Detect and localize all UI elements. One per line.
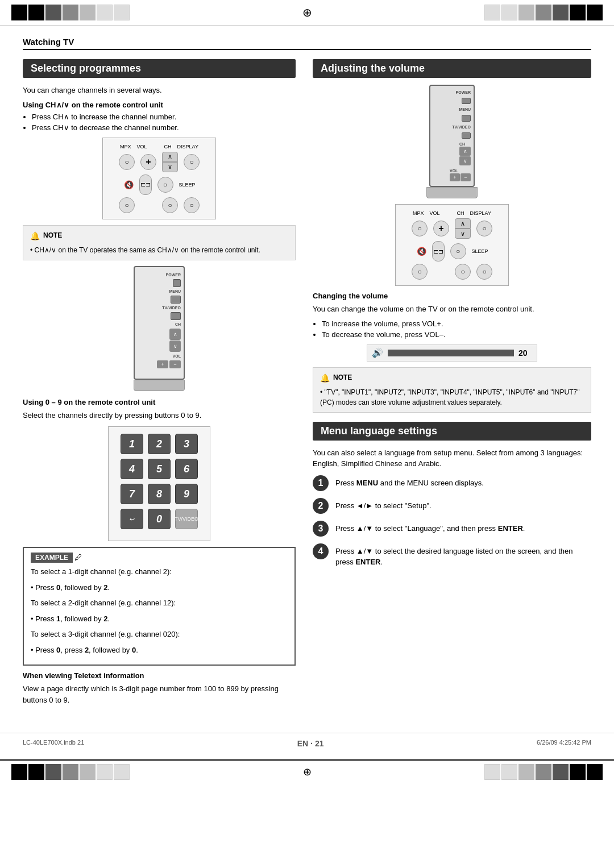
note-icon-2: 🔔	[320, 372, 330, 384]
vol-bar-btn-r[interactable]: ⊏⊐	[432, 241, 445, 261]
btn-r3[interactable]: ○	[184, 197, 200, 213]
mute-icon: 🔇	[124, 180, 134, 189]
sleep-ch-btn[interactable]: ○	[157, 177, 173, 193]
mpx-btn[interactable]: ○	[119, 154, 135, 170]
vol-plus-btn[interactable]: +	[140, 154, 156, 170]
col-right: Adjusting the volume POWER MENU TV/VIDEO…	[313, 59, 591, 710]
power-label-r: POWER	[456, 90, 471, 94]
num-4[interactable]: 4	[121, 459, 143, 479]
ch-label: CH	[164, 144, 172, 149]
numpad: 1 2 3 4 5 6 7 8 9 ↩	[108, 426, 210, 541]
sq2	[28, 5, 44, 20]
teletext-text: View a page directly which is 3-digit pa…	[23, 683, 296, 705]
vol-bar-btn[interactable]: ⊏⊐	[139, 175, 152, 195]
tv-ch-down[interactable]: ∨	[169, 340, 181, 352]
tv-vol-row: + −	[138, 360, 181, 368]
mpx-btn-r[interactable]: ○	[412, 221, 428, 236]
power-label: POWER	[138, 273, 181, 277]
footer: LC-40LE700X.indb 21 EN · 21 6/26/09 4:25…	[0, 733, 614, 754]
tv-vol-minus-r[interactable]: −	[460, 173, 471, 181]
tv-stand-left	[134, 380, 185, 391]
mute-icon-r: 🔇	[417, 247, 426, 256]
sleep-label: SLEEP	[179, 182, 195, 188]
num-5[interactable]: 5	[148, 459, 171, 479]
display-btn[interactable]: ○	[184, 154, 200, 170]
vol-speaker-icon: 🔊	[372, 347, 383, 358]
step-3: 3 Press ▲/▼ to select "Language", and th…	[313, 521, 591, 537]
ch-label-r2: CH	[457, 210, 464, 216]
remote-third-row-r: ○ ○ ○	[412, 264, 492, 280]
header-bar: ⊕	[0, 0, 614, 26]
fb-sq3	[45, 764, 61, 780]
display-btn-r[interactable]: ○	[476, 221, 492, 236]
tv-video-btn-r[interactable]	[462, 132, 471, 139]
numpad-row1: 1 2 3	[115, 434, 203, 454]
step-3-num: 3	[313, 521, 329, 537]
ch-up-btn-r[interactable]: ∧	[455, 218, 471, 229]
tv-power-row	[138, 279, 181, 287]
sqr3	[518, 5, 534, 20]
tv-vol-minus[interactable]: −	[169, 360, 181, 368]
ch-bullet1: Press CH∧ to increase the channel number…	[32, 113, 296, 121]
num-0[interactable]: 0	[148, 509, 171, 529]
ch-down-btn-r[interactable]: ∨	[455, 229, 471, 239]
sqr2	[501, 5, 517, 20]
num-3[interactable]: 3	[175, 434, 198, 454]
num-2[interactable]: 2	[148, 434, 171, 454]
sq3	[45, 5, 61, 20]
ch-up-btn[interactable]: ∧	[162, 152, 178, 162]
ch-down-btn[interactable]: ∨	[162, 162, 178, 172]
num-8[interactable]: 8	[148, 484, 171, 504]
tv-ch-down-r[interactable]: ∨	[459, 156, 471, 165]
tv-menu-btn[interactable]	[171, 296, 181, 304]
tv-power-btn-r[interactable]	[462, 98, 471, 104]
ch-bullet2: Press CH∨ to decrease the channel number…	[32, 123, 296, 132]
adjusting-header: Adjusting the volume	[313, 59, 591, 78]
footer-bar-squares-right	[484, 764, 603, 780]
remote-btn-main-row: ○ + ∧ ∨ ○	[119, 152, 200, 172]
num-9[interactable]: 9	[175, 484, 198, 504]
step-1-text: Press MENU and the MENU screen displays.	[335, 475, 484, 489]
tv-side-left-container: POWER MENU TV/VIDEO CH	[23, 266, 296, 391]
tv-menu-btn-r[interactable]	[462, 115, 471, 121]
changing-intro: You can change the volume on the TV or o…	[313, 304, 591, 315]
footer-bar: ⊕	[0, 759, 614, 783]
fb-sqr7	[587, 764, 603, 780]
sleep-ch-btn-r[interactable]: ○	[450, 243, 466, 259]
sqr6	[570, 5, 586, 20]
remote-second-row-r: 🔇 ⊏⊐ ○ SLEEP	[417, 241, 488, 261]
example-title: EXAMPLE	[31, 553, 73, 563]
tv-vol-plus-r[interactable]: +	[450, 173, 460, 181]
num-1[interactable]: 1	[121, 434, 143, 454]
num-special[interactable]: ↩	[121, 509, 143, 529]
tv-ch-up[interactable]: ∧	[169, 329, 181, 340]
btn-rr3[interactable]: ○	[476, 264, 492, 280]
changing-title: Changing the volume	[313, 292, 591, 300]
tv-vol-plus[interactable]: +	[157, 360, 168, 368]
vol-bullet1: To increase the volume, press VOL+.	[322, 319, 591, 328]
mpx-label: MPX	[120, 144, 131, 149]
num-7[interactable]: 7	[121, 484, 143, 504]
note-title-1: NOTE	[43, 230, 62, 240]
tv-power-btn[interactable]	[173, 279, 181, 287]
tv-video-btn[interactable]	[171, 312, 181, 320]
step-1: 1 Press MENU and the MENU screen display…	[313, 475, 591, 491]
btn-rr2[interactable]: ○	[455, 264, 471, 280]
tv-ch-up-r[interactable]: ∧	[459, 147, 471, 156]
btn-r2[interactable]: ○	[162, 197, 178, 213]
btn-rr1[interactable]: ○	[412, 264, 428, 280]
tv-ch-row: ∧ ∨	[138, 329, 181, 352]
subsection2-intro: Select the channels directly by pressing…	[23, 410, 296, 421]
btn-r1[interactable]: ○	[119, 197, 135, 213]
remote-second-row: 🔇 ⊏⊐ ○ SLEEP	[124, 175, 195, 195]
mpx-label-r: MPX	[413, 210, 424, 216]
num-6[interactable]: 6	[175, 459, 198, 479]
col-left: Selecting programmes You can change chan…	[23, 59, 296, 710]
tv-video-numpad-btn[interactable]: TV/VIDEO	[175, 509, 198, 529]
vol-plus-btn-r[interactable]: +	[433, 221, 449, 236]
fb-sq2	[28, 764, 44, 780]
menu-label: MENU	[138, 289, 181, 293]
fb-sq5	[80, 764, 96, 780]
fb-sq6	[97, 764, 113, 780]
compass-icon: ⊕	[302, 6, 312, 19]
